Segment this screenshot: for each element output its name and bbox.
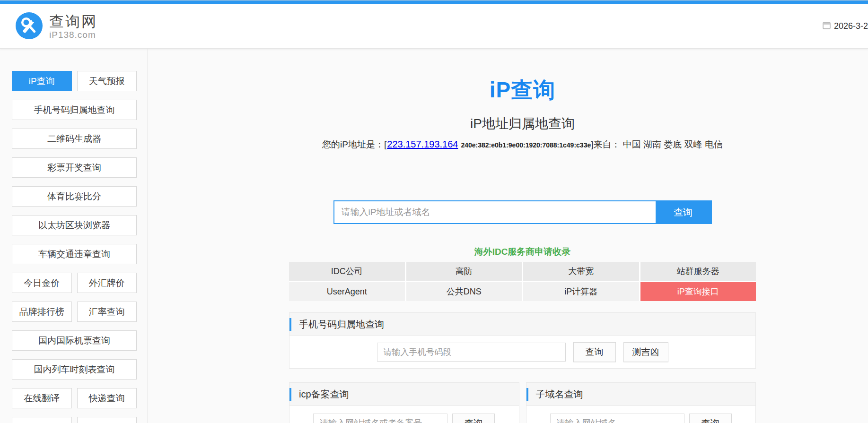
phone-query-button[interactable]: 查询 (573, 342, 616, 362)
ipv4-link[interactable]: 223.157.193.164 (387, 139, 458, 149)
sidebar-item-forex-price[interactable]: 外汇牌价 (77, 273, 137, 293)
subdomain-section-body: 查询 (526, 406, 756, 423)
sidebar-item-translate[interactable]: 在线翻译 (12, 388, 72, 408)
quick-links-table: IDC公司 高防 大带宽 站群服务器 UserAgent 公共DNS iP计算器… (289, 262, 756, 301)
section-accent-bar (289, 388, 291, 401)
site-header: 查询网 iP138.com 2026-3-2 (0, 4, 868, 49)
logo-title: 查询网 (49, 14, 97, 30)
quick-link-useragent[interactable]: UserAgent (289, 282, 405, 301)
header-date: 2026-3-2 (823, 21, 868, 31)
phone-number-input[interactable] (377, 343, 566, 362)
calendar-icon (823, 21, 831, 31)
icp-query-button[interactable]: 查询 (452, 414, 495, 423)
logo-tools-icon (16, 12, 43, 41)
quick-link-big-bandwidth[interactable]: 大带宽 (523, 262, 639, 281)
quick-link-ip-api[interactable]: iP查询接口 (640, 282, 756, 301)
sidebar-item-traffic-violation[interactable]: 车辆交通违章查询 (12, 244, 137, 264)
quick-link-public-dns[interactable]: 公共DNS (406, 282, 522, 301)
ip-query-logo[interactable]: iP查询 (289, 77, 756, 103)
sidebar-item-flight-query[interactable]: 国内国际机票查询 (12, 330, 137, 351)
quick-link-idc-company[interactable]: IDC公司 (289, 262, 405, 281)
sidebar-item-cutoff-right[interactable] (77, 417, 137, 423)
logo-text: 查询网 iP138.com (49, 14, 97, 40)
ip-line-prefix: 您的iP地址是：[ (322, 139, 386, 149)
subdomain-input[interactable] (550, 414, 684, 423)
ip-line-suffix: ]来自： 中国 湖南 娄底 双峰 电信 (591, 139, 723, 149)
icp-section: icp备案查询 查询 (289, 382, 519, 423)
sidebar-item-weather[interactable]: 天气预报 (77, 71, 137, 91)
bottom-sections-row: icp备案查询 查询 子域名查询 查询 (289, 382, 756, 423)
ip-search-input[interactable] (334, 201, 656, 223)
quick-link-ip-calculator[interactable]: iP计算器 (523, 282, 639, 301)
sidebar-item-lottery[interactable]: 彩票开奖查询 (12, 157, 137, 178)
subdomain-section: 子域名查询 查询 (526, 382, 756, 423)
main-content: iP查询 iP地址归属地查询 您的iP地址是：[223.157.193.1642… (289, 49, 756, 423)
sidebar-item-ethereum-explorer[interactable]: 以太坊区块浏览器 (12, 215, 137, 235)
subdomain-section-title: 子域名查询 (536, 388, 583, 401)
sidebar-item-qrcode[interactable]: 二维码生成器 (12, 129, 137, 149)
phone-luck-button[interactable]: 测吉凶 (623, 342, 668, 362)
logo-subtitle: iP138.com (49, 30, 97, 40)
sidebar-item-phone-location[interactable]: 手机号码归属地查询 (12, 100, 137, 120)
section-accent-bar (289, 318, 291, 331)
top-accent-bar (0, 0, 868, 4)
ip-search-button[interactable]: 查询 (656, 201, 711, 223)
sidebar-item-brand-ranking[interactable]: 品牌排行榜 (12, 302, 72, 322)
current-date: 2026-3-2 (834, 21, 868, 31)
ip-search-bar: 查询 (333, 200, 712, 224)
phone-section-title: 手机号码归属地查询 (299, 318, 384, 331)
sidebar-item-express-tracking[interactable]: 快递查询 (77, 388, 137, 408)
your-ip-line: 您的iP地址是：[223.157.193.164240e:382:e0b1:9e… (289, 138, 756, 151)
icp-domain-input[interactable] (313, 414, 447, 423)
section-accent-bar (526, 388, 528, 401)
sidebar-item-train-schedule[interactable]: 国内列车时刻表查询 (12, 359, 137, 380)
sidebar-item-cutoff-left[interactable] (12, 417, 72, 423)
idc-apply-link[interactable]: 海外IDC服务商申请收录 (289, 246, 756, 258)
icp-section-body: 查询 (289, 406, 519, 423)
subdomain-query-button[interactable]: 查询 (689, 414, 732, 423)
page-title: iP地址归属地查询 (289, 116, 756, 131)
phone-section-body: 查询 测吉凶 (289, 336, 755, 368)
sidebar-item-ip-query[interactable]: iP查询 (12, 71, 72, 91)
phone-section-header: 手机号码归属地查询 (289, 313, 755, 336)
ipv6-address: 240e:382:e0b1:9e00:1920:7088:1c49:c33e (461, 141, 591, 149)
icp-section-title: icp备案查询 (299, 388, 349, 401)
site-logo[interactable]: 查询网 iP138.com (16, 12, 97, 41)
sidebar-nav: iP查询 天气预报 手机号码归属地查询 二维码生成器 彩票开奖查询 体育比赛比分… (0, 49, 148, 423)
icp-section-header: icp备案查询 (289, 383, 519, 406)
phone-location-section: 手机号码归属地查询 查询 测吉凶 (289, 312, 756, 369)
quick-link-high-defense[interactable]: 高防 (406, 262, 522, 281)
sidebar-item-gold-price[interactable]: 今日金价 (12, 273, 72, 293)
sidebar-item-sports-score[interactable]: 体育比赛比分 (12, 186, 137, 207)
subdomain-section-header: 子域名查询 (526, 383, 756, 406)
sidebar-item-exchange-rate[interactable]: 汇率查询 (77, 302, 137, 322)
quick-link-cluster-server[interactable]: 站群服务器 (640, 262, 756, 281)
